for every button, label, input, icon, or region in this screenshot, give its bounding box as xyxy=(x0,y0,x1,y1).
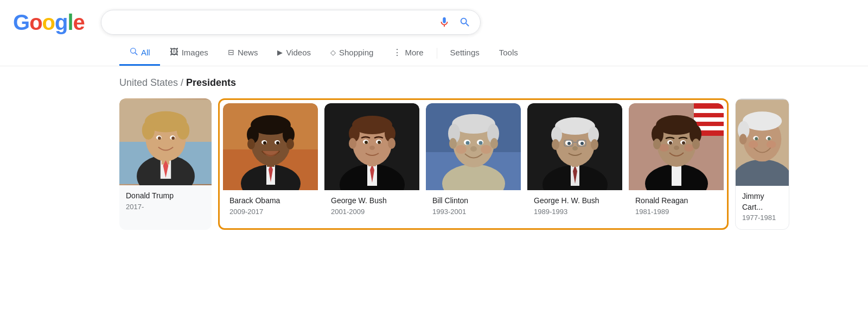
svg-point-113 xyxy=(768,137,771,140)
search-button[interactable] xyxy=(458,16,471,29)
logo-g1: G xyxy=(13,10,29,34)
search-input[interactable]: us presidents xyxy=(110,17,432,28)
clinton-years: 1993-2001 xyxy=(432,208,468,216)
svg-point-58 xyxy=(479,141,483,145)
logo-g2: g xyxy=(55,10,67,34)
svg-point-60 xyxy=(456,145,467,154)
svg-point-81 xyxy=(552,139,559,150)
carter-years: 1977-1981 xyxy=(742,214,782,222)
president-photo-gwbush xyxy=(324,103,419,190)
svg-point-47 xyxy=(388,138,395,149)
svg-point-76 xyxy=(580,142,584,145)
main-content: United States / Presidents xyxy=(0,66,868,241)
svg-point-75 xyxy=(567,142,571,145)
president-photo-clinton xyxy=(426,103,521,190)
logo-e: e xyxy=(73,10,85,34)
highlighted-presidents-group: Barack Obama 2009-2017 xyxy=(218,98,729,230)
svg-point-46 xyxy=(349,138,356,149)
breadcrumb: United States / Presidents xyxy=(119,77,868,89)
president-card-trump[interactable]: Donald Trump 2017- xyxy=(119,98,212,230)
svg-point-10 xyxy=(177,121,189,140)
microphone-icon[interactable] xyxy=(438,16,451,29)
shopping-icon: ◇ xyxy=(330,48,336,57)
breadcrumb-prefix: United States / xyxy=(119,77,186,88)
search-icons xyxy=(438,16,471,29)
svg-point-43 xyxy=(365,141,368,144)
clinton-card-info: Bill Clinton 1993-2001 xyxy=(426,190,475,216)
nav-settings-label: Settings xyxy=(450,48,480,57)
svg-point-29 xyxy=(276,141,279,145)
nav-news-label: News xyxy=(238,48,258,57)
nav-tools-label: Tools xyxy=(499,48,518,57)
svg-point-45 xyxy=(369,146,375,150)
reagan-card-info: Ronald Reagan 1981-1989 xyxy=(629,190,694,216)
clinton-name: Bill Clinton xyxy=(432,196,468,206)
president-photo-trump xyxy=(119,98,212,185)
svg-point-82 xyxy=(591,139,598,150)
president-card-carter[interactable]: Jimmy Cart... 1977-1981 xyxy=(735,98,789,230)
svg-point-116 xyxy=(739,134,747,145)
nav-all[interactable]: All xyxy=(119,40,160,66)
nav-all-label: All xyxy=(141,48,150,57)
president-photo-obama xyxy=(223,103,318,190)
nav-divider xyxy=(437,48,437,59)
breadcrumb-title: Presidents xyxy=(186,77,236,88)
ghwbush-name: George H. W. Bush xyxy=(534,196,599,206)
president-photo-ghwbush xyxy=(527,103,622,190)
carter-name: Jimmy Cart... xyxy=(742,191,782,212)
more-dots-icon: ⋮ xyxy=(393,47,401,58)
logo-o2: o xyxy=(42,10,55,34)
svg-point-14 xyxy=(171,136,175,140)
svg-point-114 xyxy=(749,141,758,148)
obama-years: 2009-2017 xyxy=(229,208,280,216)
trump-years: 2017- xyxy=(126,203,174,211)
nav-tools[interactable]: Tools xyxy=(489,41,528,65)
obama-name: Barack Obama xyxy=(229,196,280,206)
president-card-gwbush[interactable]: George W. Bush 2001-2009 xyxy=(324,103,419,225)
svg-point-115 xyxy=(767,141,776,148)
google-logo: Google xyxy=(13,10,85,35)
nav-bar: All 🖼 Images ⊟ News ▶ Videos ◇ Shopping … xyxy=(0,40,868,66)
svg-point-80 xyxy=(572,146,578,151)
carter-card-info: Jimmy Cart... 1977-1981 xyxy=(736,186,789,222)
nav-videos-label: Videos xyxy=(286,48,311,57)
obama-card-info: Barack Obama 2009-2017 xyxy=(223,190,286,216)
svg-point-59 xyxy=(470,146,477,152)
nav-shopping[interactable]: ◇ Shopping xyxy=(321,41,383,65)
gwbush-card-info: George W. Bush 2001-2009 xyxy=(324,190,393,216)
president-photo-reagan xyxy=(629,103,724,190)
news-icon: ⊟ xyxy=(228,48,234,57)
svg-line-1 xyxy=(135,53,137,55)
all-icon xyxy=(129,47,138,58)
nav-images[interactable]: 🖼 Images xyxy=(160,41,218,65)
president-card-clinton[interactable]: Bill Clinton 1993-2001 xyxy=(426,103,521,225)
images-icon: 🖼 xyxy=(170,47,178,57)
president-card-obama[interactable]: Barack Obama 2009-2017 xyxy=(223,103,318,225)
svg-point-112 xyxy=(755,137,758,140)
svg-point-44 xyxy=(378,141,381,144)
nav-settings[interactable]: Settings xyxy=(441,41,489,65)
nav-shopping-label: Shopping xyxy=(339,48,373,57)
president-card-ghwbush[interactable]: George H. W. Bush 1989-1993 xyxy=(527,103,622,225)
nav-more[interactable]: ⋮ More xyxy=(383,41,433,66)
svg-point-9 xyxy=(142,121,155,140)
svg-point-31 xyxy=(286,139,294,149)
nav-news[interactable]: ⊟ News xyxy=(218,41,268,65)
svg-point-30 xyxy=(247,139,255,149)
svg-point-13 xyxy=(158,136,161,140)
search-bar: us presidents xyxy=(101,10,481,35)
trump-card-info: Donald Trump 2017- xyxy=(119,185,180,211)
videos-icon: ▶ xyxy=(277,48,283,57)
svg-point-63 xyxy=(490,138,498,149)
nav-videos[interactable]: ▶ Videos xyxy=(267,41,321,65)
logo-o1: o xyxy=(29,10,42,34)
svg-point-102 xyxy=(653,139,661,149)
gwbush-name: George W. Bush xyxy=(331,196,387,206)
ghwbush-card-info: George H. W. Bush 1989-1993 xyxy=(527,190,606,216)
svg-point-28 xyxy=(263,141,266,145)
president-card-reagan[interactable]: Ronald Reagan 1981-1989 xyxy=(629,103,724,225)
svg-point-62 xyxy=(449,138,457,149)
gwbush-years: 2001-2009 xyxy=(331,208,387,216)
president-photo-carter xyxy=(736,99,789,186)
svg-rect-85 xyxy=(694,109,724,113)
